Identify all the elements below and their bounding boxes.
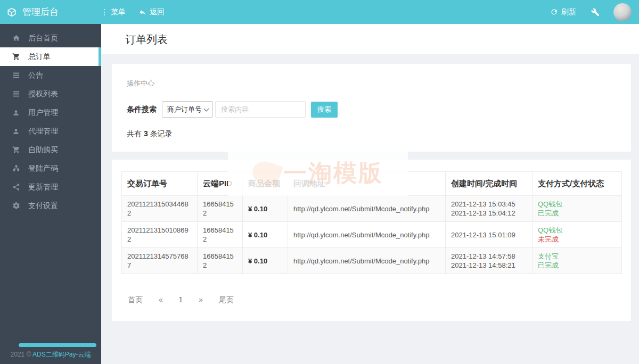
content: 操作中心 条件搜索 商户订单号 搜索 共有3条记录 — [101, 54, 639, 321]
pay-status: 已完成 — [538, 209, 616, 218]
cart-icon — [12, 146, 20, 154]
cell-times: 2021-12-13 15:01:09 — [446, 222, 532, 248]
sidebar-item-label: 更新管理 — [28, 183, 58, 192]
cell-cloud-pid: 166584152 — [198, 196, 243, 222]
cell-pay: QQ钱包未完成 — [532, 222, 622, 248]
cube-logo-icon — [6, 7, 17, 18]
time-value: 2021-12-13 14:58:21 — [451, 261, 527, 270]
search-condition-label: 条件搜索 — [127, 105, 157, 114]
cogs-icon — [12, 202, 20, 210]
refresh-label: 刷新 — [561, 7, 576, 17]
cell-order-no: 20211213150344682 — [122, 196, 198, 222]
sidebar-item-update[interactable]: 更新管理 — [0, 178, 101, 196]
sidebar-item-label: 支付设置 — [28, 201, 58, 211]
footer-brand-link[interactable]: ADS二维码Pay-云端 — [32, 351, 91, 358]
time-value: 2021-12-13 15:04:12 — [451, 209, 527, 218]
page-title: 订单列表 — [125, 32, 639, 47]
sidebar-item-home[interactable]: 后台首页 — [0, 29, 101, 47]
column-header: 交易订单号 — [122, 172, 198, 196]
search-button[interactable]: 搜索 — [311, 102, 338, 118]
sidebar-item-self-purchase[interactable]: 自助购买 — [0, 140, 101, 159]
column-header: 创建时间/完成时间 — [446, 172, 532, 196]
column-header: 商品金额 — [243, 172, 288, 196]
column-header: 支付方式/支付状态 — [532, 172, 622, 196]
cart-icon — [12, 53, 20, 61]
sidebar-item-auth-list[interactable]: 授权列表 — [0, 85, 101, 103]
sidebar-item-label: 用户管理 — [28, 108, 58, 118]
pay-status: 未完成 — [538, 235, 616, 244]
refresh-icon — [550, 8, 558, 16]
sidebar-item-label: 公告 — [28, 71, 43, 80]
search-type-select[interactable]: 商户订单号 — [162, 101, 213, 118]
sidebar: 后台首页总订单公告授权列表用户管理代理管理自助购买登陆产码更新管理支付设置 20… — [0, 24, 101, 364]
pagination-page-1[interactable]: 1 — [179, 295, 183, 304]
pay-status: 已完成 — [538, 261, 616, 270]
sidebar-item-login-code[interactable]: 登陆产码 — [0, 159, 101, 178]
sidebar-item-payment-settings[interactable]: 支付设置 — [0, 196, 101, 215]
cell-callback-url: http://qd.ylcom.net/Submit/Mcode_notify.… — [288, 222, 446, 248]
cell-times: 2021-12-13 15:03:452021-12-13 15:04:12 — [446, 196, 532, 222]
share-icon — [12, 183, 20, 191]
sitemap-icon — [12, 164, 20, 172]
sidebar-item-label: 登陆产码 — [28, 164, 58, 173]
orders-table-body: 20211213150344682166584152¥ 0.10http://q… — [122, 196, 622, 274]
table-row: 20211213145757687166584152¥ 0.10http://q… — [122, 248, 622, 274]
home-icon — [12, 34, 20, 42]
table-row: 20211213150108692166584152¥ 0.10http://q… — [122, 222, 622, 248]
pagination-prev[interactable]: « — [159, 295, 163, 304]
time-value: 2021-12-13 15:03:45 — [451, 200, 527, 209]
search-input[interactable] — [215, 101, 306, 118]
sidebar-item-label: 总订单 — [28, 52, 51, 62]
sidebar-item-label: 授权列表 — [28, 89, 58, 99]
sidebar-footer: 2021 © ADS二维码Pay-云端 — [0, 350, 101, 359]
column-header: 云端PID — [198, 172, 243, 196]
menu-label: 菜单 — [111, 7, 126, 17]
search-row: 条件搜索 商户订单号 搜索 — [127, 101, 616, 118]
table-header-row: 交易订单号云端PID商品金额回调地址创建时间/完成时间支付方式/支付状态 — [122, 172, 622, 196]
refresh-button[interactable]: 刷新 — [550, 7, 576, 17]
cell-cloud-pid: 166584152 — [198, 222, 243, 248]
topbar-right: 刷新 — [550, 3, 639, 21]
record-count-value: 3 — [144, 129, 148, 138]
search-panel: 操作中心 条件搜索 商户订单号 搜索 共有3条记录 — [112, 64, 631, 152]
sidebar-item-users[interactable]: 用户管理 — [0, 103, 101, 122]
user-avatar[interactable] — [613, 3, 632, 21]
pagination-first[interactable]: 首页 — [128, 295, 143, 304]
sidebar-menu: 后台首页总订单公告授权列表用户管理代理管理自助购买登陆产码更新管理支付设置 — [0, 24, 101, 215]
sidebar-item-label: 后台首页 — [28, 34, 58, 43]
sidebar-item-orders[interactable]: 总订单 — [0, 47, 101, 66]
search-type-select-wrap: 商户订单号 — [162, 101, 213, 118]
time-value: 2021-12-13 15:01:09 — [451, 230, 527, 239]
wrench-icon[interactable] — [591, 8, 600, 16]
topbar: 管理后台 菜单 返回 刷新 — [0, 0, 639, 24]
title-band: 订单列表 — [101, 24, 639, 54]
sidebar-item-agents[interactable]: 代理管理 — [0, 122, 101, 140]
cell-times: 2021-12-13 14:57:582021-12-13 14:58:21 — [446, 248, 532, 274]
cell-pay: QQ钱包已完成 — [532, 196, 622, 222]
sidebar-item-announcement[interactable]: 公告 — [0, 66, 101, 85]
record-count-prefix: 共有 — [127, 129, 142, 138]
back-button[interactable]: 返回 — [138, 7, 165, 17]
table-row: 20211213150344682166584152¥ 0.10http://q… — [122, 196, 622, 222]
cell-order-no: 20211213145757687 — [122, 248, 198, 274]
column-header: 回调地址 — [288, 172, 446, 196]
menu-button[interactable]: 菜单 — [101, 7, 126, 17]
back-label: 返回 — [150, 7, 165, 17]
record-count-suffix: 条记录 — [150, 129, 173, 138]
cell-pay: 支付宝已完成 — [532, 248, 622, 274]
list-icon — [12, 71, 20, 79]
pay-method: QQ钱包 — [538, 200, 616, 209]
sidebar-accent-bar — [19, 343, 96, 347]
user-icon — [12, 109, 20, 117]
pay-method: QQ钱包 — [538, 226, 616, 235]
record-count: 共有3条记录 — [127, 129, 616, 139]
app-brand: 管理后台 — [0, 6, 101, 18]
cell-amount: ¥ 0.10 — [243, 248, 288, 274]
main-area: 订单列表 操作中心 条件搜索 商户订单号 搜索 共有3条记录 — [101, 24, 639, 364]
sidebar-item-label: 代理管理 — [28, 127, 58, 136]
cell-order-no: 20211213150108692 — [122, 222, 198, 248]
cell-callback-url: http://qd.ylcom.net/Submit/Mcode_notify.… — [288, 248, 446, 274]
pagination-last[interactable]: 尾页 — [219, 295, 234, 304]
pagination-next[interactable]: » — [199, 295, 203, 304]
list-icon — [12, 90, 20, 98]
